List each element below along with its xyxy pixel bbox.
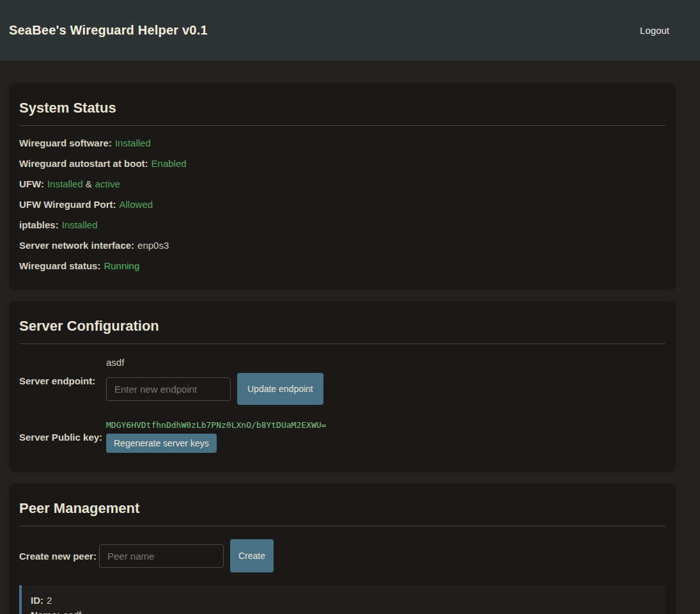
status-value: Installed [62,219,98,230]
server-public-key-content: MDGY6HVDtfhnDdhW0zLb7PNz0LXnO/b8YtDUaM2E… [106,421,326,453]
status-row-wireguard-status: Wireguard status:Running [19,261,665,271]
section-divider [19,125,665,126]
status-row-wireguard-autostart: Wireguard autostart at boot:Enabled [19,159,665,168]
server-endpoint-row: Server endpoint: asdf Update endpoint [19,357,665,405]
peer-name-label: Name: [31,610,60,614]
main-content: System Status Wireguard software:Install… [0,61,700,614]
server-public-key-row: Server Public key: MDGY6HVDtfhnDdhW0zLb7… [19,421,665,453]
peer-management-title: Peer Management [19,500,665,517]
app-header: SeaBee's Wireguard Helper v0.1 Logout [0,0,700,61]
status-label: Wireguard software: [19,138,112,148]
server-endpoint-content: asdf Update endpoint [106,357,323,405]
endpoint-input[interactable] [106,377,231,401]
peer-name-value: asdf [63,610,81,614]
create-peer-button[interactable]: Create [230,539,274,572]
status-row-ufw-wireguard-port: UFW Wireguard Port:Allowed [19,200,665,209]
status-label: UFW: [19,178,44,189]
peer-name-line: Name:asdf [31,610,657,614]
status-value: enp0s3 [137,240,169,251]
regenerate-server-keys-button[interactable]: Regenerate server keys [106,434,217,453]
peer-id-line: ID:2 [31,595,657,605]
status-row-iptables: iptables:Installed [19,220,665,230]
endpoint-input-group: Update endpoint [106,373,323,405]
server-public-key-label: Server Public key: [19,432,106,442]
current-endpoint-value: asdf [106,357,323,368]
status-label: Wireguard autostart at boot: [19,158,148,169]
status-value: Installed [47,178,83,189]
peer-name-input[interactable] [99,544,224,568]
status-value-2: active [95,178,120,189]
status-label: UFW Wireguard Port: [19,199,116,210]
create-peer-label: Create new peer: [19,551,99,562]
status-value: Allowed [120,199,153,210]
server-configuration-card: Server Configuration Server endpoint: as… [9,301,676,472]
system-status-card: System Status Wireguard software:Install… [9,83,676,290]
server-configuration-title: Server Configuration [19,318,665,335]
status-label: Wireguard status: [19,260,100,271]
status-row-network-interface: Server network interface:enp0s3 [19,240,665,250]
status-row-ufw: UFW:Installed&active [19,179,665,189]
status-separator: & [86,178,92,189]
status-value: Running [104,260,139,271]
logout-link[interactable]: Logout [640,25,669,36]
peer-id-value: 2 [47,595,52,606]
peer-management-card: Peer Management Create new peer: Create … [9,484,676,614]
server-endpoint-label: Server endpoint: [19,376,106,386]
server-public-key-value: MDGY6HVDtfhnDdhW0zLb7PNz0LXnO/b8YtDUaM2E… [106,421,326,429]
status-label: iptables: [19,219,59,230]
create-peer-row: Create new peer: Create [19,539,665,572]
status-value: Installed [115,138,151,148]
section-divider [19,526,665,526]
peer-item: ID:2 Name:asdf Public Key:ckyOHj5Bk8707g… [19,585,665,614]
status-value: Enabled [152,158,187,169]
update-endpoint-button[interactable]: Update endpoint [237,373,323,405]
system-status-title: System Status [19,100,665,116]
status-row-wireguard-software: Wireguard software:Installed [19,138,665,148]
status-label: Server network interface: [19,240,134,251]
peer-id-label: ID: [31,595,43,606]
section-divider [19,343,665,344]
app-title: SeaBee's Wireguard Helper v0.1 [9,23,208,38]
